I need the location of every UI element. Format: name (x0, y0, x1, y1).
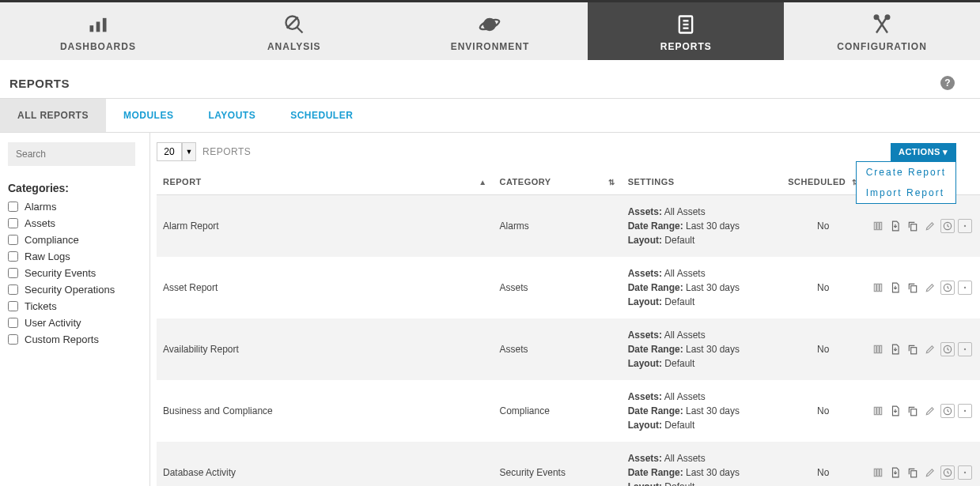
action-create-report[interactable]: Create Report (857, 162, 955, 183)
edit-icon[interactable] (923, 342, 937, 356)
more-icon[interactable] (958, 465, 972, 480)
page-title-bar: REPORTS ? (0, 60, 980, 99)
download-icon[interactable] (888, 342, 902, 356)
category-label: Custom Reports (25, 333, 99, 345)
download-icon[interactable] (888, 281, 902, 295)
view-columns-icon[interactable] (871, 342, 885, 356)
main-nav: DASHBOARDS ANALYSIS ENVIRONMENT REPORTS … (0, 2, 980, 60)
category-label: Tickets (25, 300, 57, 312)
category-item[interactable]: Custom Reports (8, 333, 142, 345)
schedule-icon[interactable] (940, 281, 955, 295)
tab-scheduler[interactable]: SCHEDULER (273, 99, 370, 132)
nav-environment[interactable]: ENVIRONMENT (392, 2, 588, 60)
list-header: ▼ REPORTS ACTIONS ▾ (157, 142, 980, 161)
svg-rect-33 (877, 407, 879, 414)
category-item[interactable]: Security Events (8, 267, 142, 279)
action-import-report[interactable]: Import Report (857, 183, 955, 203)
view-columns-icon[interactable] (871, 404, 885, 418)
more-icon[interactable] (958, 281, 972, 295)
category-item[interactable]: Assets (8, 217, 142, 229)
table-row[interactable]: Asset Report Assets Assets: All Assets D… (157, 257, 980, 318)
pagesize-dropdown-button[interactable]: ▼ (182, 142, 196, 161)
col-label: REPORT (163, 177, 202, 186)
edit-icon[interactable] (923, 219, 937, 233)
table-row[interactable]: Database Activity Security Events Assets… (157, 442, 980, 486)
copy-icon[interactable] (906, 281, 920, 295)
svg-rect-26 (874, 345, 876, 352)
category-label: Raw Logs (25, 251, 70, 262)
view-columns-icon[interactable] (871, 465, 885, 480)
more-icon[interactable] (958, 219, 972, 233)
view-columns-icon[interactable] (871, 219, 885, 233)
col-category-header[interactable]: CATEGORY⇅ (494, 169, 622, 195)
nav-label: REPORTS (660, 41, 712, 52)
nav-analysis[interactable]: ANALYSIS (196, 2, 392, 60)
edit-icon[interactable] (923, 281, 937, 295)
nav-label: ENVIRONMENT (451, 41, 530, 52)
category-item[interactable]: Tickets (8, 300, 142, 312)
more-icon[interactable] (958, 342, 972, 356)
nav-label: CONFIGURATION (837, 41, 926, 52)
category-item[interactable]: Security Operations (8, 284, 142, 296)
pagesize-input[interactable] (157, 142, 182, 161)
svg-rect-2 (103, 18, 107, 32)
copy-icon[interactable] (906, 342, 920, 356)
table-row[interactable]: Alarm Report Alarms Assets: All Assets D… (157, 195, 980, 258)
download-icon[interactable] (888, 465, 902, 480)
schedule-icon[interactable] (940, 342, 955, 356)
category-checkbox[interactable] (8, 235, 18, 245)
col-report-header[interactable]: REPORT▲ (157, 169, 494, 195)
table-row[interactable]: Availability Report Assets Assets: All A… (157, 318, 980, 380)
copy-icon[interactable] (906, 219, 920, 233)
download-icon[interactable] (888, 219, 902, 233)
edit-icon[interactable] (923, 465, 937, 480)
download-icon[interactable] (888, 404, 902, 418)
category-checkbox[interactable] (8, 284, 18, 295)
col-scheduled-header[interactable]: SCHEDULED⇅ (781, 169, 865, 195)
nav-reports[interactable]: REPORTS (588, 2, 784, 60)
category-item[interactable]: Compliance (8, 234, 142, 246)
edit-icon[interactable] (923, 404, 937, 418)
category-item[interactable]: User Activity (8, 317, 142, 329)
nav-label: ANALYSIS (267, 41, 321, 52)
cell-actions (865, 257, 980, 318)
cell-report: Asset Report (157, 257, 494, 318)
svg-point-25 (964, 287, 966, 288)
svg-rect-41 (911, 471, 917, 477)
category-checkbox[interactable] (8, 334, 18, 345)
sort-icon: ⇅ (608, 178, 615, 186)
view-columns-icon[interactable] (871, 281, 885, 295)
category-checkbox[interactable] (8, 202, 18, 212)
schedule-icon[interactable] (940, 404, 955, 418)
actions-button[interactable]: ACTIONS ▾ (891, 143, 956, 161)
search-input[interactable] (8, 142, 135, 166)
schedule-icon[interactable] (940, 219, 955, 233)
svg-line-5 (286, 17, 297, 28)
nav-configuration[interactable]: CONFIGURATION (784, 2, 980, 60)
category-checkbox[interactable] (8, 251, 18, 262)
table-row[interactable]: Business and Compliance Compliance Asset… (157, 380, 980, 442)
category-checkbox[interactable] (8, 218, 18, 228)
copy-icon[interactable] (906, 404, 920, 418)
tab-modules[interactable]: MODULES (106, 99, 191, 132)
category-item[interactable]: Raw Logs (8, 251, 142, 262)
help-icon[interactable]: ? (940, 76, 955, 90)
category-checkbox[interactable] (8, 268, 18, 278)
category-label: Security Events (25, 267, 96, 279)
svg-point-12 (875, 15, 879, 19)
nav-label: DASHBOARDS (60, 41, 136, 52)
copy-icon[interactable] (906, 465, 920, 480)
cell-settings: Assets: All Assets Date Range: Last 30 d… (622, 257, 782, 318)
more-icon[interactable] (958, 404, 972, 418)
category-label: User Activity (25, 317, 81, 329)
svg-point-19 (964, 225, 966, 227)
tab-layouts[interactable]: LAYOUTS (191, 99, 273, 132)
category-item[interactable]: Alarms (8, 201, 142, 213)
tab-all-reports[interactable]: ALL REPORTS (0, 99, 106, 132)
col-settings-header: SETTINGS (622, 169, 782, 195)
nav-dashboards[interactable]: DASHBOARDS (0, 2, 196, 60)
schedule-icon[interactable] (940, 465, 955, 480)
category-checkbox[interactable] (8, 301, 18, 311)
category-checkbox[interactable] (8, 318, 18, 328)
cell-report: Availability Report (157, 318, 494, 380)
